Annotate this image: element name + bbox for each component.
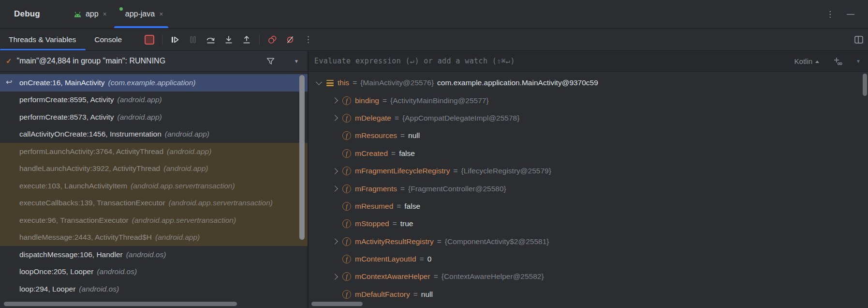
tab-console[interactable]: Console — [86, 29, 132, 50]
expand-toggle[interactable] — [330, 275, 339, 279]
variable-value: 0 — [427, 255, 432, 263]
frame-method: execute:103, LaunchActivityItem — [19, 182, 127, 190]
add-watch-button[interactable] — [833, 57, 842, 65]
language-label: Kotlin — [794, 57, 813, 65]
close-icon[interactable]: × — [159, 11, 163, 17]
variable-row[interactable]: fmFragments={FragmentController@25580} — [314, 180, 868, 197]
field-icon: f — [342, 149, 351, 158]
variable-row[interactable]: fmResources=null — [314, 127, 868, 144]
variable-row[interactable]: fmResumed=false — [314, 198, 868, 215]
variable-row[interactable]: fmDelegate={AppCompatDelegateImpl@25578} — [314, 109, 868, 127]
variables-tree: this={MainActivity@25576}com.example.app… — [309, 72, 868, 308]
frames-vertical-scrollbar[interactable] — [299, 75, 305, 240]
step-into-button[interactable] — [223, 34, 234, 45]
chevron-down-icon[interactable]: ▼ — [856, 59, 861, 64]
more-options-icon[interactable]: ⋮ — [826, 10, 834, 18]
language-selector[interactable]: Kotlin — [794, 57, 820, 65]
step-into-icon — [224, 35, 233, 44]
frames-horizontal-scrollbar[interactable] — [4, 302, 237, 306]
expand-toggle[interactable] — [330, 169, 339, 173]
variable-row[interactable]: fmContextAwareHelper={ContextAwareHelper… — [314, 268, 868, 285]
step-over-button[interactable] — [206, 34, 216, 45]
variable-row[interactable]: fbinding={ActivityMainBinding@25577} — [314, 92, 868, 109]
close-icon[interactable]: × — [103, 11, 107, 17]
variable-name: this — [338, 78, 349, 87]
step-over-icon — [206, 35, 216, 44]
expand-toggle[interactable] — [330, 239, 339, 244]
equals-sign: = — [420, 255, 424, 263]
variable-row[interactable]: fmActivityResultRegistry={ComponentActiv… — [314, 233, 868, 250]
view-breakpoints-button[interactable] — [267, 34, 278, 45]
resume-button[interactable] — [170, 34, 180, 45]
tab-app[interactable]: app × — [67, 0, 113, 28]
variables-horizontal-scrollbar[interactable] — [311, 302, 363, 306]
equals-sign: = — [453, 167, 457, 175]
stack-frame[interactable]: handleLaunchActivity:3922, ActivityThrea… — [0, 160, 308, 178]
variable-row[interactable]: fmCreated=false — [314, 145, 868, 162]
pause-button[interactable] — [188, 34, 198, 45]
debug-tool-window: Debug app × app-java × — [0, 0, 868, 308]
tool-window-title: Debug — [14, 9, 40, 19]
stack-frames-list: ↩onCreate:16, MainActivity(com.example.a… — [0, 72, 308, 308]
tab-label: app-java — [125, 10, 155, 18]
stack-frame[interactable]: performCreate:8573, Activity(android.app… — [0, 108, 308, 126]
variable-name: mActivityResultRegistry — [355, 237, 434, 246]
thread-selector[interactable]: ✓ "main"@24,884 in group "main": RUNNING… — [0, 51, 308, 72]
chevron-down-icon[interactable]: ▼ — [294, 59, 299, 64]
mute-breakpoints-icon — [286, 35, 294, 44]
stack-frame[interactable]: handleMessage:2443, ActivityThread$H(and… — [0, 229, 308, 246]
frame-package: (android.os) — [79, 285, 119, 293]
tab-label: Console — [94, 35, 122, 44]
stop-button[interactable] — [144, 34, 155, 45]
stack-frame[interactable]: dispatchMessage:106, Handler(android.os) — [0, 246, 308, 263]
chevron-right-icon — [332, 238, 338, 245]
stack-frame[interactable]: loopOnce:205, Looper(android.os) — [0, 263, 308, 281]
frame-method: handleLaunchActivity:3922, ActivityThrea… — [19, 164, 160, 173]
stack-frame[interactable]: ↩onCreate:16, MainActivity(com.example.a… — [0, 74, 308, 92]
frame-method: performCreate:8573, Activity — [19, 113, 114, 122]
variable-row[interactable]: this={MainActivity@25576}com.example.app… — [314, 74, 868, 92]
expand-toggle[interactable] — [330, 98, 339, 103]
tab-threads-variables[interactable]: Threads & Variables — [0, 29, 86, 50]
variable-row[interactable]: fmFragmentLifecycleRegistry={LifecycleRe… — [314, 162, 868, 180]
evaluate-expression-input[interactable]: Evaluate expression (↵) or add a watch (… — [314, 57, 515, 65]
stack-frame[interactable]: execute:96, TransactionExecutor(android.… — [0, 212, 308, 229]
minimize-icon[interactable]: — — [847, 10, 854, 18]
tab-app-java[interactable]: app-java × — [113, 0, 170, 28]
pause-icon — [190, 36, 196, 44]
stack-frame[interactable]: callActivityOnCreate:1456, Instrumentati… — [0, 126, 308, 143]
layout-settings-button[interactable] — [853, 34, 864, 45]
frame-method: performLaunchActivity:3764, ActivityThre… — [19, 147, 163, 156]
language-dropdown-icon — [815, 61, 819, 63]
stack-frame[interactable]: loop:294, Looper(android.os) — [0, 280, 308, 298]
field-icon: f — [342, 185, 351, 193]
field-icon: f — [342, 114, 351, 123]
variables-vertical-scrollbar[interactable] — [863, 74, 867, 96]
expand-toggle[interactable] — [314, 82, 324, 84]
stack-frame[interactable]: performLaunchActivity:3764, ActivityThre… — [0, 143, 308, 160]
frame-package: (android.app.servertransaction) — [169, 199, 273, 207]
frames-panel: ✓ "main"@24,884 in group "main": RUNNING… — [0, 51, 309, 308]
frame-package: (android.app) — [118, 95, 162, 104]
more-actions-icon[interactable]: ⋮ — [303, 34, 313, 45]
filter-icon[interactable] — [266, 58, 275, 65]
separator — [162, 34, 162, 45]
variable-row[interactable]: fmStopped=true — [314, 215, 868, 232]
expand-toggle[interactable] — [330, 186, 339, 191]
variable-row[interactable]: fmContentLayoutId=0 — [314, 250, 868, 268]
stack-frame[interactable]: performCreate:8595, Activity(android.app… — [0, 92, 308, 109]
titlebar: Debug app × app-java × — [0, 0, 868, 29]
expand-toggle[interactable] — [330, 116, 339, 120]
field-icon: f — [342, 290, 351, 299]
frame-method: handleMessage:2443, ActivityThread$H — [19, 233, 152, 242]
mute-breakpoints-button[interactable] — [285, 34, 295, 45]
field-icon: f — [342, 219, 351, 228]
stack-frame[interactable]: executeCallbacks:139, TransactionExecuto… — [0, 195, 308, 212]
frame-method: execute:96, TransactionExecutor — [19, 216, 129, 225]
modified-dot-icon — [119, 7, 123, 11]
variable-reference: {MainActivity@25576} — [360, 78, 434, 87]
variable-name: mCreated — [355, 149, 388, 158]
stack-frame[interactable]: execute:103, LaunchActivityItem(android.… — [0, 177, 308, 195]
variable-row[interactable]: fmDefaultFactory=null — [314, 286, 868, 303]
step-out-button[interactable] — [241, 34, 252, 45]
